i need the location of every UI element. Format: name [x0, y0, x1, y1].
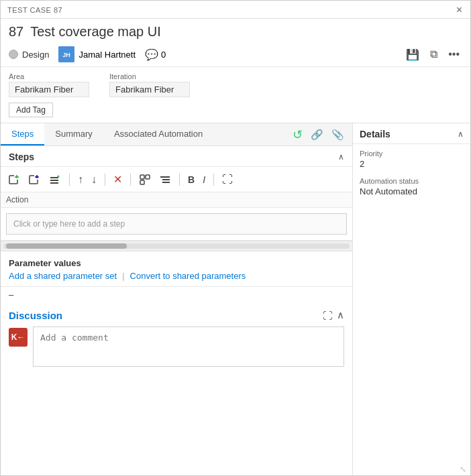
priority-value: 2: [360, 159, 464, 169]
area-field-group: Area Fabrikam Fiber: [9, 72, 89, 97]
svg-rect-16: [140, 180, 144, 184]
details-header: Details ∧: [353, 123, 470, 144]
discussion-title: Discussion: [9, 310, 62, 321]
delete-step-button[interactable]: ✕: [111, 171, 125, 188]
svg-rect-12: [50, 182, 58, 184]
svg-rect-5: [15, 176, 19, 178]
add-step-button[interactable]: [6, 172, 23, 188]
more-button[interactable]: •••: [446, 47, 462, 62]
steps-scrollbar[interactable]: [1, 241, 352, 251]
tab-associated-automation[interactable]: Associated Automation: [103, 123, 213, 145]
move-up-button[interactable]: ↑: [75, 172, 86, 188]
insert-step-button[interactable]: [46, 172, 64, 188]
copy-button[interactable]: ⧉: [427, 47, 440, 62]
svg-rect-18: [162, 179, 170, 180]
move-down-button[interactable]: ↓: [89, 172, 99, 188]
discussion-section: Discussion ⛶ ∧ K←: [1, 302, 352, 475]
bold-button[interactable]: B: [185, 172, 197, 187]
iteration-value[interactable]: Fabrikam Fiber: [109, 82, 190, 97]
steps-panel: Steps ∧: [1, 146, 352, 475]
details-title: Details: [360, 129, 390, 139]
add-shared-param-link[interactable]: Add a shared parameter set: [9, 271, 117, 281]
area-label: Area: [9, 72, 89, 80]
scrollbar-thumb: [6, 243, 127, 249]
main-area: Steps Summary Associated Automation ↺ 🔗 …: [1, 123, 470, 475]
indent-icon: [159, 174, 171, 186]
left-panel: Steps Summary Associated Automation ↺ 🔗 …: [1, 123, 353, 475]
fields-row: Area Fabrikam Fiber Iteration Fabrikam F…: [1, 67, 470, 100]
steps-header: Steps ∧: [1, 146, 352, 167]
discussion-collapse-button[interactable]: ∧: [337, 309, 344, 321]
comment-icon: 💬: [145, 48, 158, 61]
shared-params-icon: [139, 174, 151, 186]
shared-step-icon: [29, 174, 41, 186]
avatar: JH: [58, 46, 74, 62]
iteration-label: Iteration: [109, 72, 190, 80]
tabs-row: Steps Summary Associated Automation ↺ 🔗 …: [1, 123, 352, 146]
convert-shared-link[interactable]: Convert to shared parameters: [130, 271, 246, 281]
resize-handle[interactable]: ⤡: [460, 465, 468, 473]
comment-input[interactable]: [33, 326, 344, 367]
comment-avatar: K←: [9, 328, 28, 347]
comment-count: 0: [161, 50, 166, 60]
iteration-field-group: Iteration Fabrikam Fiber: [109, 72, 190, 97]
toolbar-separator-4: [179, 174, 180, 186]
toolbar-separator-3: [130, 174, 131, 186]
add-step-input[interactable]: Click or type here to add a step: [6, 213, 347, 235]
discussion-actions: ⛶ ∧: [323, 309, 344, 321]
details-collapse-button[interactable]: ∧: [458, 129, 464, 139]
automation-status-value: Not Automated: [360, 186, 464, 196]
assignee-name: Jamal Hartnett: [78, 50, 136, 60]
indent-button[interactable]: [156, 172, 174, 188]
comment-badge[interactable]: 💬 0: [145, 48, 166, 61]
avatar-img: JH: [58, 46, 74, 62]
param-title: Parameter values: [9, 258, 344, 268]
attach-icon-button[interactable]: 📎: [329, 127, 347, 142]
right-panel: Details ∧ Priority 2 Automation status N…: [353, 123, 470, 475]
work-item-name: Test coverage map UI: [30, 24, 161, 40]
status-label: Design: [22, 50, 49, 60]
add-shared-step-button[interactable]: [26, 172, 44, 188]
title-bar-label: TEST CASE 87: [7, 6, 62, 14]
scrollbar-track: [3, 243, 350, 249]
automation-status-label: Automation status: [360, 177, 464, 185]
save-button[interactable]: 💾: [403, 47, 422, 62]
status-dot: [9, 50, 18, 59]
svg-rect-11: [50, 180, 58, 181]
link-icon-button[interactable]: 🔗: [308, 127, 326, 142]
close-button[interactable]: ×: [455, 5, 464, 15]
svg-rect-10: [50, 177, 58, 178]
tab-actions: ↺ 🔗 📎: [284, 126, 352, 143]
param-separator: |: [122, 271, 124, 281]
work-item-number: 87: [9, 24, 23, 40]
italic-button[interactable]: I: [200, 172, 208, 187]
steps-column-action-header: Action: [1, 192, 352, 208]
add-tag-button[interactable]: Add Tag: [9, 103, 53, 117]
insert-icon: [49, 174, 61, 186]
parameter-values-section: Parameter values Add a shared parameter …: [1, 251, 352, 287]
fullscreen-button[interactable]: ⛶: [219, 172, 235, 188]
title-bar: TEST CASE 87 ×: [1, 1, 470, 19]
status-badge[interactable]: Design: [9, 50, 49, 60]
steps-title: Steps: [9, 152, 34, 162]
add-step-icon: [9, 174, 21, 186]
work-item-title-row: 87 Test coverage map UI: [1, 19, 470, 44]
assignee-block[interactable]: JH Jamal Hartnett: [58, 46, 136, 62]
refresh-icon-button[interactable]: ↺: [290, 126, 305, 143]
shared-params-button[interactable]: [136, 172, 154, 188]
tab-steps[interactable]: Steps: [1, 123, 44, 145]
area-value[interactable]: Fabrikam Fiber: [9, 82, 89, 97]
svg-rect-17: [160, 176, 170, 178]
add-step-row[interactable]: Click or type here to add a step: [1, 208, 352, 241]
discussion-expand-button[interactable]: ⛶: [323, 310, 333, 321]
steps-toolbar: ↑ ↓ ✕: [1, 167, 352, 192]
toolbar-row: Design JH Jamal Hartnett 💬 0 💾 ⧉ •••: [1, 44, 470, 67]
minus-dash: –: [1, 287, 352, 302]
toolbar-separator-2: [105, 174, 105, 186]
main-window: TEST CASE 87 × 87 Test coverage map UI D…: [0, 0, 471, 476]
tab-summary[interactable]: Summary: [44, 123, 103, 145]
svg-rect-14: [140, 175, 144, 179]
toolbar-actions: 💾 ⧉ •••: [403, 47, 462, 62]
steps-collapse-button[interactable]: ∧: [338, 152, 344, 162]
tag-row: Add Tag: [1, 100, 470, 123]
